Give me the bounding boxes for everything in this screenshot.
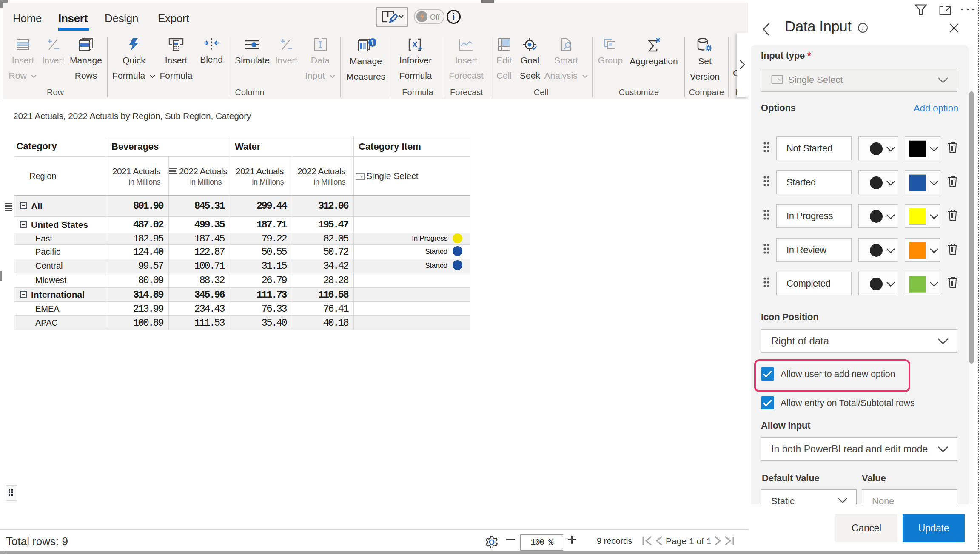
svg-text:1: 1 [370, 39, 375, 47]
